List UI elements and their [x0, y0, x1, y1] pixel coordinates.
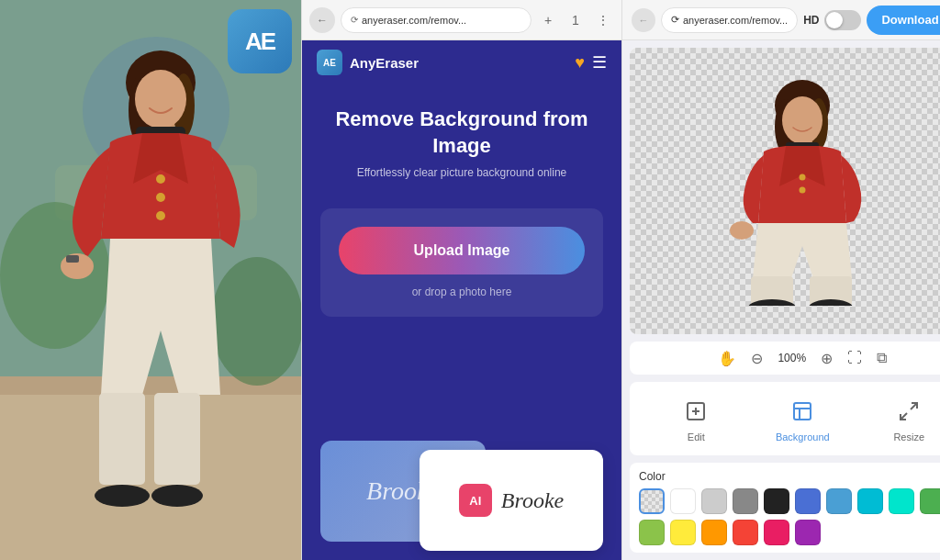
color-swatch-green[interactable]	[920, 488, 940, 514]
color-swatches-row	[639, 488, 940, 545]
toggle-knob	[826, 12, 843, 28]
edit-icon	[679, 395, 712, 428]
svg-line-40	[901, 413, 907, 420]
svg-rect-36	[794, 403, 811, 420]
middle-url-text: anyeraser.com/remov...	[362, 15, 466, 26]
drop-hint: or drop a photo here	[412, 286, 512, 298]
color-panel-title: Color	[639, 470, 940, 483]
tab-count-btn[interactable]: 1	[565, 9, 587, 31]
svg-point-13	[156, 174, 165, 184]
app-logo-text: AE	[323, 58, 336, 68]
hero-title: Remove Background from Image	[320, 106, 603, 159]
bottom-cards: Brooke AI Brooke	[302, 328, 621, 560]
upload-area: Upload Image or drop a photo here	[320, 208, 603, 317]
zoom-out-icon[interactable]: ⊖	[751, 350, 763, 367]
color-swatch-pink[interactable]	[764, 520, 789, 545]
svg-point-28	[800, 174, 806, 181]
color-swatch-cyan[interactable]	[857, 488, 883, 514]
right-url-bar[interactable]: ⟳ anyeraser.com/remov...	[661, 7, 798, 33]
new-tab-btn[interactable]: +	[537, 9, 559, 31]
zoom-toolbar: ✋ ⊖ 100% ⊕ ⛶ ⧉	[630, 342, 940, 375]
browser-back-btn[interactable]: ←	[309, 7, 335, 33]
app-name: AnyEraser	[350, 55, 567, 71]
color-swatch-yellow[interactable]	[670, 520, 696, 545]
right-url-text: anyeraser.com/remov...	[683, 15, 788, 26]
color-swatch-light-green[interactable]	[639, 520, 665, 545]
color-swatch-purple[interactable]	[795, 520, 821, 545]
svg-point-30	[730, 221, 754, 240]
svg-point-11	[135, 70, 186, 129]
app-content: AE AnyEraser ♥ ☰ Remove Background from …	[302, 40, 621, 560]
svg-point-15	[156, 211, 165, 220]
hero-section: Remove Background from Image Effortlessl…	[302, 84, 621, 194]
url-icon: ⟳	[351, 15, 358, 25]
zoom-in-icon[interactable]: ⊕	[821, 350, 833, 367]
svg-rect-3	[0, 386, 301, 560]
color-swatch-transparent[interactable]	[639, 488, 665, 514]
upload-image-button[interactable]: Upload Image	[339, 227, 585, 274]
svg-line-39	[911, 403, 917, 409]
color-swatch-light-gray[interactable]	[701, 488, 727, 514]
fullscreen-icon[interactable]: ⛶	[847, 350, 862, 366]
resize-action[interactable]: Resize	[892, 395, 925, 442]
upload-btn-label: Upload Image	[414, 242, 510, 259]
hd-label: HD	[803, 14, 819, 27]
svg-point-14	[156, 193, 165, 202]
original-photo-bg	[0, 0, 301, 560]
svg-rect-19	[154, 393, 200, 485]
color-swatch-dark-blue[interactable]	[795, 488, 821, 514]
hd-toggle-switch[interactable]	[824, 10, 861, 30]
pan-tool-icon[interactable]: ✋	[718, 350, 736, 367]
right-panel: ← ⟳ anyeraser.com/remov... HD Download ⋮	[622, 0, 940, 560]
middle-panel: ← ⟳ anyeraser.com/remov... + 1 ⋮ AE AnyE…	[301, 0, 622, 560]
hero-subtitle: Effortlessly clear picture background on…	[320, 166, 603, 179]
ai-badge: AI	[459, 484, 492, 517]
svg-point-26	[782, 96, 822, 144]
color-swatch-orange[interactable]	[701, 520, 727, 545]
split-view-icon[interactable]: ⧉	[877, 350, 887, 366]
background-icon	[786, 395, 819, 428]
svg-rect-17	[66, 255, 79, 263]
app-header: AE AnyEraser ♥ ☰	[302, 40, 621, 84]
more-btn[interactable]: ⋮	[592, 9, 614, 31]
background-action[interactable]: Background	[776, 395, 830, 442]
ai-badge-label: AI	[469, 494, 481, 508]
edit-label: Edit	[688, 431, 705, 442]
color-swatch-black[interactable]	[764, 488, 789, 514]
color-swatch-blue[interactable]	[826, 488, 852, 514]
ae-logo-overlay: AE	[228, 9, 292, 73]
color-panel: Color	[630, 463, 940, 553]
resize-icon	[892, 395, 925, 428]
left-panel: AE	[0, 0, 301, 560]
nav-back-btn[interactable]: ←	[632, 8, 655, 32]
color-swatch-teal[interactable]	[889, 488, 914, 514]
hd-toggle-group: HD	[803, 10, 861, 30]
svg-point-20	[95, 485, 150, 507]
svg-point-6	[211, 257, 301, 386]
color-swatch-red[interactable]	[733, 520, 758, 545]
background-label: Background	[776, 431, 830, 442]
heart-icon[interactable]: ♥	[575, 53, 585, 73]
right-url-icon: ⟳	[671, 14, 679, 26]
middle-url-bar[interactable]: ⟳ anyeraser.com/remov...	[341, 7, 532, 33]
bottom-actions-bar: Edit Background	[630, 382, 940, 455]
download-button[interactable]: Download	[867, 6, 940, 35]
color-swatch-gray[interactable]	[733, 488, 758, 514]
right-browser-bar: ← ⟳ anyeraser.com/remov... HD Download ⋮	[622, 0, 940, 40]
ae-logo-text: AE	[245, 28, 274, 56]
app-logo: AE	[317, 50, 342, 75]
middle-browser-bar: ← ⟳ anyeraser.com/remov... + 1 ⋮	[302, 0, 621, 40]
menu-icon[interactable]: ☰	[592, 52, 607, 73]
svg-point-29	[800, 187, 806, 194]
result-content: ✋ ⊖ 100% ⊕ ⛶ ⧉ Edit	[622, 40, 940, 560]
download-label: Download	[881, 13, 938, 27]
svg-rect-18	[99, 393, 145, 485]
card-white-text: Brooke	[501, 488, 564, 513]
edit-action[interactable]: Edit	[679, 395, 712, 442]
card-white: AI Brooke	[420, 450, 603, 551]
result-image	[630, 48, 940, 334]
zoom-level: 100%	[778, 352, 806, 364]
color-swatch-white[interactable]	[670, 488, 696, 514]
result-image-area	[630, 48, 940, 334]
svg-point-21	[151, 485, 203, 507]
